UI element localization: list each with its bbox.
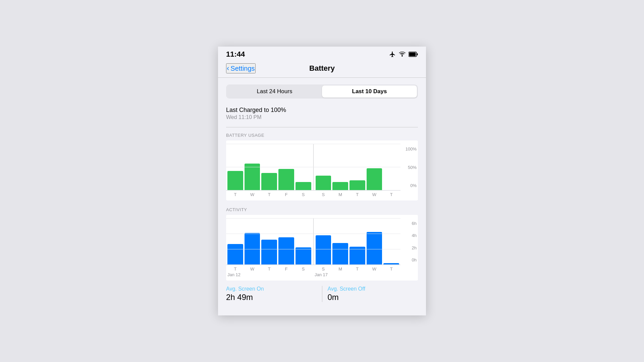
bar-wrap	[332, 182, 348, 190]
x-day-label: T	[261, 266, 277, 272]
bar-wrap	[278, 169, 294, 190]
x-day-label: T	[350, 266, 365, 272]
bar-wrap	[245, 164, 260, 190]
battery-usage-section: BATTERY USAGE	[226, 133, 418, 200]
avg-screen-on-label: Avg. Screen On	[226, 286, 317, 292]
week-date-1: Jan 12	[226, 272, 313, 277]
y-label-100: 100%	[402, 146, 418, 152]
bar-wrap	[261, 173, 277, 190]
activity-label: ACTIVITY	[226, 207, 418, 212]
bar-wrap	[227, 244, 243, 265]
bar-wrap	[261, 240, 277, 265]
x-day-label: S	[296, 192, 311, 197]
week-separator-activity	[313, 218, 314, 265]
battery-y-labels: 100% 50% 0%	[402, 144, 418, 191]
x-day-label: S	[296, 266, 311, 272]
x-day-label: T	[383, 266, 399, 272]
activity-y-labels: 6h 4h 2h 0h	[402, 218, 418, 265]
x-day-label: M	[332, 192, 348, 197]
bar-wrap	[367, 168, 382, 190]
week-separator	[313, 144, 314, 190]
x-day-label: W	[245, 266, 260, 272]
avg-row: Avg. Screen On 2h 49m Avg. Screen Off 0m	[226, 286, 418, 302]
wifi-icon	[398, 51, 406, 58]
activity-section: ACTIVITY	[226, 207, 418, 302]
activity-week2	[314, 232, 401, 265]
avg-screen-off-label: Avg. Screen Off	[328, 286, 418, 292]
battery-week1	[226, 164, 313, 190]
bar-wrap	[350, 247, 365, 265]
last-charged-title: Last Charged to 100%	[226, 107, 418, 114]
airplane-icon	[389, 51, 396, 58]
battery-xweek2: S M T W T	[314, 192, 401, 197]
segment-last24h[interactable]: Last 24 Hours	[227, 85, 322, 98]
bar-wrap	[227, 171, 243, 190]
svg-rect-1	[409, 53, 416, 56]
y-label-6h: 6h	[402, 221, 418, 226]
x-day-label: T	[383, 192, 399, 197]
activity-chart: 6h 4h 2h 0h T W T F S	[226, 215, 418, 281]
avg-screen-on: Avg. Screen On 2h 49m	[226, 286, 317, 302]
back-label: Settings	[230, 65, 255, 72]
bar-wrap	[245, 233, 260, 265]
battery-week2	[314, 168, 401, 190]
x-day-label: T	[261, 192, 277, 197]
battery-bars	[226, 144, 400, 191]
avg-screen-off-value: 0m	[328, 293, 418, 302]
bar-wrap	[350, 180, 365, 190]
last-charged-section: Last Charged to 100% Wed 11:10 PM	[226, 107, 418, 120]
phone-frame: 11:44 ‹ Settings Battery	[218, 47, 426, 315]
x-sep-activity	[313, 266, 314, 272]
week-date-2: Jan 17	[313, 272, 400, 277]
y-label-2h: 2h	[402, 245, 418, 250]
x-day-label: W	[367, 266, 382, 272]
bar-wrap	[296, 182, 311, 190]
nav-title: Battery	[309, 64, 335, 73]
segment-control: Last 24 Hours Last 10 Days	[226, 84, 418, 99]
svg-rect-2	[417, 53, 418, 55]
avg-divider	[322, 286, 322, 302]
activity-bars	[226, 218, 400, 265]
activity-x-labels: T W T F S S M T W T	[226, 266, 400, 272]
bar-wrap	[367, 232, 382, 265]
battery-usage-chart: 100% 50% 0% T W T F S	[226, 140, 418, 200]
x-day-label: M	[332, 266, 348, 272]
y-label-0h: 0h	[402, 257, 418, 262]
activity-week1	[226, 233, 313, 265]
x-day-label: T	[227, 192, 243, 197]
avg-screen-off: Avg. Screen Off 0m	[328, 286, 418, 302]
status-bar: 11:44	[218, 47, 426, 61]
battery-x-labels: T W T F S S M T W T	[226, 192, 400, 197]
activity-xweek1: T W T F S	[226, 266, 313, 272]
battery-usage-label: BATTERY USAGE	[226, 133, 418, 138]
battery-status-icon	[409, 52, 418, 57]
bar-wrap	[316, 235, 331, 265]
bar-wrap	[296, 247, 311, 265]
bar-wrap	[316, 176, 331, 190]
content-area: Last 24 Hours Last 10 Days Last Charged …	[218, 78, 426, 315]
x-sep	[313, 192, 314, 197]
segment-last10days[interactable]: Last 10 Days	[322, 85, 417, 98]
battery-xweek1: T W T F S	[226, 192, 313, 197]
last-charged-subtitle: Wed 11:10 PM	[226, 114, 418, 120]
avg-screen-on-value: 2h 49m	[226, 293, 317, 302]
divider-1	[226, 127, 418, 127]
y-label-50: 50%	[402, 165, 418, 170]
status-time: 11:44	[226, 50, 245, 59]
x-day-label: T	[227, 266, 243, 272]
x-day-label: W	[367, 192, 382, 197]
back-button[interactable]: ‹ Settings	[226, 63, 256, 73]
back-chevron-icon: ‹	[227, 64, 229, 73]
bar-wrap	[278, 237, 294, 265]
bar-wrap	[332, 243, 348, 265]
y-label-4h: 4h	[402, 233, 418, 238]
nav-bar: ‹ Settings Battery	[218, 61, 426, 78]
x-day-label: F	[278, 266, 294, 272]
week-date-row: Jan 12 Jan 17	[226, 272, 400, 277]
y-label-0: 0%	[402, 183, 418, 188]
bar-wrap	[383, 263, 399, 265]
status-icons	[389, 51, 418, 58]
x-day-label: F	[278, 192, 294, 197]
activity-xweek2: S M T W T	[314, 266, 401, 272]
x-day-label: S	[316, 266, 331, 272]
